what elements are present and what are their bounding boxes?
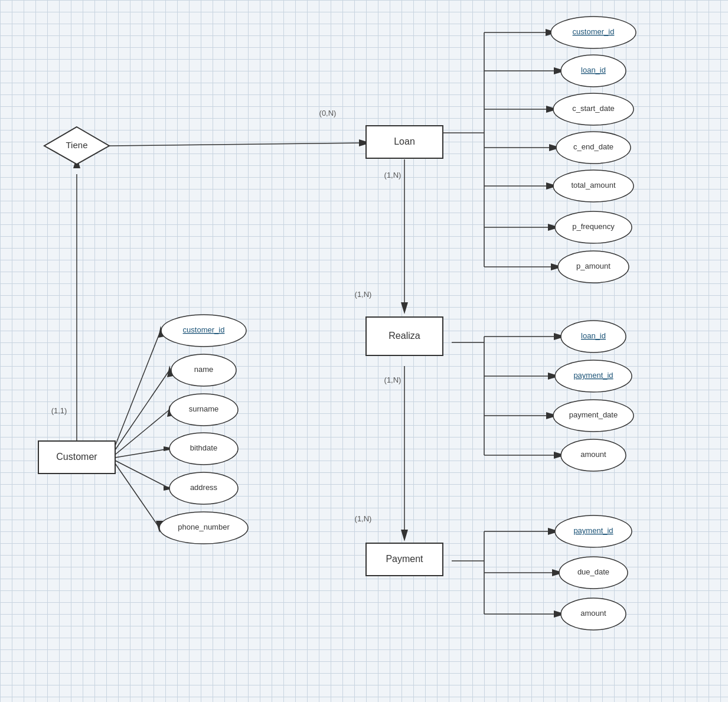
attr-phone-text: phone_number <box>178 523 230 531</box>
attr-cstart-text: c_start_date <box>572 104 615 113</box>
attr-rlz-payid-text: payment_id <box>573 371 613 380</box>
cust-phone-line <box>115 463 159 528</box>
cust-name-line <box>115 370 169 450</box>
er-diagram: Tiene Customer Loan Realiza Payment cust… <box>0 0 728 702</box>
attr-name-text: name <box>194 365 214 374</box>
customer-label: Customer <box>56 452 97 462</box>
cust-bith-line <box>115 449 169 458</box>
attr-customer-id-text: customer_id <box>183 325 225 334</box>
attr-loan-custid-text: customer_id <box>573 27 615 36</box>
attr-rlz-loanid-text: loan_id <box>581 331 606 340</box>
attr-address-text: address <box>190 483 218 492</box>
arrow-realiza-payment <box>401 530 408 541</box>
attr-bithdate-text: bithdate <box>190 443 217 452</box>
tiene-loan-line <box>109 143 365 146</box>
attr-pamount-text: p_amount <box>576 262 611 270</box>
card-1n-realiza-bot: (1,N) <box>384 376 401 384</box>
attr-pay-amount-text: amount <box>580 609 606 618</box>
card-1n-realiza-top: (1,N) <box>355 290 372 299</box>
attr-freq-text: p_frequency <box>572 222 615 231</box>
attr-loan-loanid-text: loan_id <box>581 66 606 74</box>
realiza-label: Realiza <box>389 331 420 341</box>
cust-addr-line <box>115 461 169 488</box>
attr-rlz-paydate-text: payment_date <box>569 410 618 419</box>
card-1n-payment: (1,N) <box>355 514 372 523</box>
payment-label: Payment <box>386 554 423 564</box>
attr-total-text: total_amount <box>571 181 616 190</box>
cust-surname-line <box>115 410 169 455</box>
attr-cend-text: c_end_date <box>573 142 613 151</box>
attr-rlz-amount-text: amount <box>580 450 606 459</box>
card-1n-loan: (1,N) <box>384 171 401 179</box>
attr-surname-text: surname <box>189 404 219 413</box>
loan-label: Loan <box>394 136 415 146</box>
arrow-loan-realiza <box>401 302 408 314</box>
attr-due-text: due_date <box>577 567 609 576</box>
tiene-label: Tiene <box>66 140 88 150</box>
attr-pay-payid-text: payment_id <box>573 526 613 535</box>
card-11: (1,1) <box>51 406 67 415</box>
cust-custid-line <box>115 331 161 446</box>
card-0n: (0,N) <box>319 109 337 117</box>
